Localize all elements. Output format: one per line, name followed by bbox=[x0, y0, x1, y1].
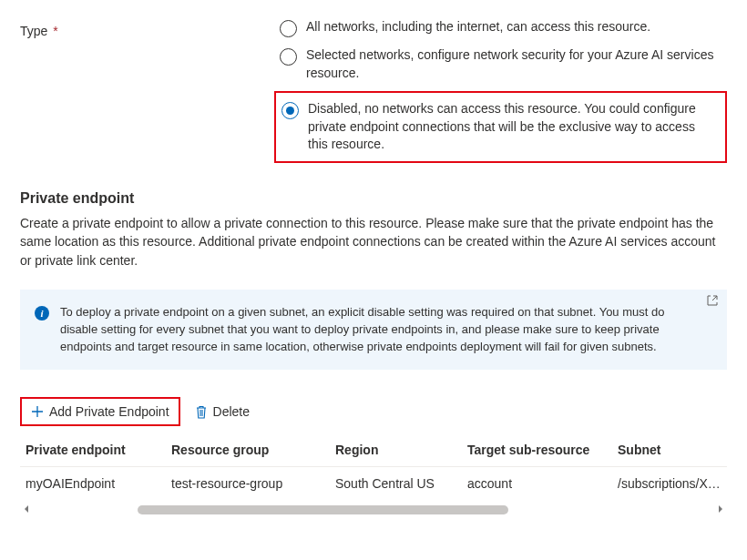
info-icon: i bbox=[35, 306, 49, 321]
add-private-endpoint-button[interactable]: Add Private Endpoint bbox=[26, 401, 175, 423]
table-row[interactable]: myOAIEndpoint test-resource-group South … bbox=[20, 467, 727, 501]
cell-private-endpoint: myOAIEndpoint bbox=[20, 467, 166, 501]
radio-disabled-label: Disabled, no networks can access this re… bbox=[308, 100, 716, 154]
type-label-text: Type bbox=[20, 24, 47, 38]
col-target-sub-resource[interactable]: Target sub-resource bbox=[462, 433, 612, 467]
trash-icon bbox=[195, 405, 208, 419]
col-subnet[interactable]: Subnet bbox=[612, 433, 727, 467]
radio-icon bbox=[280, 20, 297, 37]
required-indicator: * bbox=[53, 24, 57, 38]
cell-subnet: /subscriptions/XXXX- bbox=[612, 467, 727, 501]
highlight-add-button: Add Private Endpoint bbox=[20, 397, 180, 426]
info-banner: i To deploy a private endpoint on a give… bbox=[20, 290, 727, 371]
radio-icon bbox=[280, 48, 297, 66]
delete-button[interactable]: Delete bbox=[189, 401, 255, 423]
horizontal-scrollbar[interactable] bbox=[20, 504, 727, 516]
cell-region: South Central US bbox=[330, 467, 462, 501]
scrollbar-thumb[interactable] bbox=[138, 505, 508, 514]
private-endpoint-description: Create a private endpoint to allow a pri… bbox=[20, 214, 721, 270]
col-region[interactable]: Region bbox=[330, 433, 462, 467]
info-text: To deploy a private endpoint on a given … bbox=[60, 304, 700, 356]
radio-selected-networks[interactable]: Selected networks, configure network sec… bbox=[280, 46, 727, 82]
scroll-left-icon[interactable] bbox=[20, 504, 33, 516]
radio-all-networks[interactable]: All networks, including the internet, ca… bbox=[280, 18, 727, 37]
highlight-disabled-option: Disabled, no networks can access this re… bbox=[274, 91, 727, 163]
network-options: All networks, including the internet, ca… bbox=[280, 18, 727, 163]
radio-all-networks-label: All networks, including the internet, ca… bbox=[306, 18, 650, 36]
delete-button-label: Delete bbox=[213, 404, 250, 419]
scroll-right-icon[interactable] bbox=[714, 504, 727, 516]
external-link-icon[interactable] bbox=[707, 295, 718, 309]
radio-disabled[interactable]: Disabled, no networks can access this re… bbox=[281, 100, 716, 154]
private-endpoints-table: Private endpoint Resource group Region T… bbox=[20, 433, 727, 500]
cell-resource-group: test-resource-group bbox=[166, 467, 330, 501]
col-resource-group[interactable]: Resource group bbox=[166, 433, 330, 467]
radio-selected-networks-label: Selected networks, configure network sec… bbox=[306, 46, 716, 82]
add-button-label: Add Private Endpoint bbox=[49, 404, 169, 419]
private-endpoint-heading: Private endpoint bbox=[20, 190, 727, 207]
cell-target: account bbox=[462, 467, 612, 501]
type-label: Type * bbox=[20, 18, 280, 163]
radio-icon-selected bbox=[281, 102, 299, 119]
col-private-endpoint[interactable]: Private endpoint bbox=[20, 433, 166, 467]
plus-icon bbox=[31, 405, 44, 418]
scrollbar-track[interactable] bbox=[36, 505, 711, 514]
